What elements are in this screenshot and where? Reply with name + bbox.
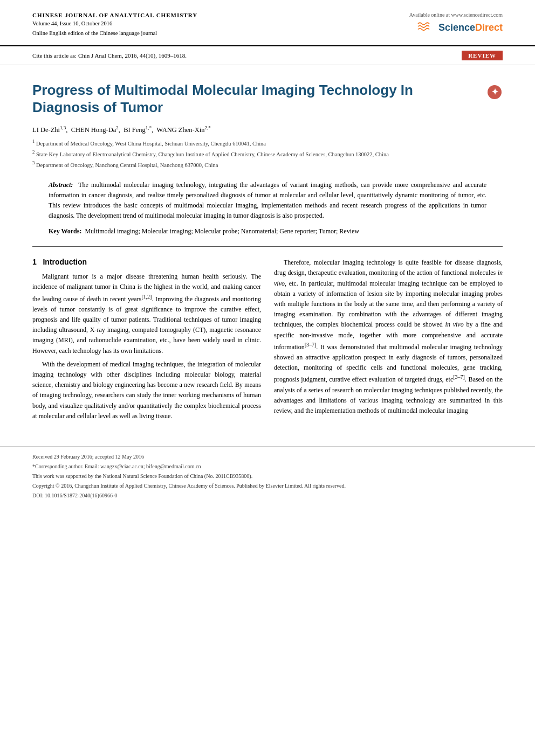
- section-1-title: 1 Introduction: [32, 258, 261, 266]
- two-column-layout: 1 Introduction Malignant tumor is a majo…: [32, 258, 503, 425]
- review-badge: REVIEW: [462, 51, 503, 60]
- author-1: LI De-Zhi1,3: [32, 126, 66, 134]
- publisher-info: Available online at www.sciencedirect.co…: [409, 12, 503, 35]
- available-online: Available online at www.sciencedirect.co…: [409, 12, 503, 18]
- keywords-line: Key Words: Multimodal imaging; Molecular…: [49, 227, 486, 235]
- cite-text: Cite this article as: Chin J Anal Chem, …: [32, 52, 187, 59]
- cite-bar: Cite this article as: Chin J Anal Chem, …: [0, 46, 535, 65]
- right-para-1: Therefore, molecular imaging technology …: [274, 258, 503, 416]
- authors-line: LI De-Zhi1,3, CHEN Hong-Da2, BI Feng1,*,…: [32, 125, 503, 134]
- affiliation-2: 2 State Key Laboratory of Electroanalyti…: [32, 148, 503, 159]
- abstract-label: Abstract:: [49, 181, 73, 189]
- abstract-body: The multimodal molecular imaging technol…: [49, 181, 486, 220]
- section-divider: [32, 246, 503, 247]
- sciencedirect-icon: [416, 20, 435, 35]
- author-2: CHEN Hong-Da2: [71, 126, 119, 134]
- right-column: Therefore, molecular imaging technology …: [274, 258, 503, 425]
- keywords-label: Key Words:: [49, 227, 81, 235]
- affiliations: 1 Department of Medical Oncology, West C…: [32, 137, 503, 170]
- intro-para-1: Malignant tumor is a major disease threa…: [32, 272, 261, 356]
- keywords-text: Multimodal imaging; Molecular imaging; M…: [85, 227, 359, 235]
- svg-text:✦: ✦: [491, 87, 499, 96]
- received-date: Received 29 February 2016; accepted 12 M…: [32, 452, 503, 462]
- section-1-body: Malignant tumor is a major disease threa…: [32, 272, 261, 421]
- header: CHINESE JOURNAL OF ANALYTICAL CHEMISTRY …: [0, 0, 535, 46]
- sciencedirect-text: ScienceDirect: [438, 22, 503, 33]
- main-content: ✦ Progress of Multimodal Molecular Imagi…: [0, 65, 535, 435]
- affiliation-3: 3 Department of Oncology, Nanchong Centr…: [32, 159, 503, 170]
- sciencedirect-logo[interactable]: ScienceDirect: [416, 20, 503, 35]
- copyright-info: Copyright © 2016, Changchun Institute of…: [32, 481, 503, 491]
- edition-info: Online English edition of the Chinese la…: [32, 29, 197, 38]
- left-column: 1 Introduction Malignant tumor is a majo…: [32, 258, 261, 425]
- support-info: This work was supported by the National …: [32, 471, 503, 481]
- doi: DOI: 10.1016/S1872-2040(16)60966-0: [32, 491, 503, 501]
- journal-info: CHINESE JOURNAL OF ANALYTICAL CHEMISTRY …: [32, 12, 197, 38]
- volume-info: Volume 44, Issue 10, October 2016: [32, 19, 197, 28]
- abstract-text: Abstract: The multimodal molecular imagi…: [49, 180, 486, 221]
- page: CHINESE JOURNAL OF ANALYTICAL CHEMISTRY …: [0, 0, 535, 756]
- journal-name: CHINESE JOURNAL OF ANALYTICAL CHEMISTRY: [32, 12, 197, 18]
- affiliation-1: 1 Department of Medical Oncology, West C…: [32, 137, 503, 148]
- author-4: WANG Zhen-Xin2,*: [156, 126, 210, 134]
- footnote-section: Received 29 February 2016; accepted 12 M…: [0, 446, 535, 501]
- crossmark-icon: ✦: [486, 84, 503, 100]
- abstract-box: Abstract: The multimodal molecular imagi…: [49, 180, 486, 236]
- intro-para-2: With the development of medical imaging …: [32, 359, 261, 421]
- right-column-text: Therefore, molecular imaging technology …: [274, 258, 503, 416]
- corresponding-author: *Corresponding author. Email: wangzx@cia…: [32, 462, 503, 471]
- author-3: BI Feng1,*: [124, 126, 152, 134]
- article-title: ✦ Progress of Multimodal Molecular Imagi…: [32, 81, 503, 116]
